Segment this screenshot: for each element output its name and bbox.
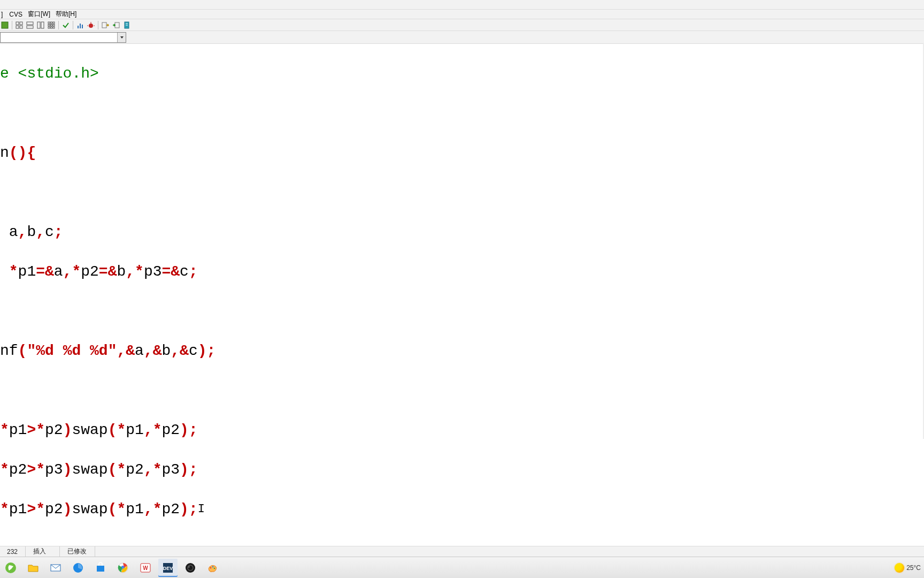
svg-point-44 bbox=[212, 566, 214, 567]
code-text: >* bbox=[27, 422, 45, 438]
weather-temp: 25°C bbox=[906, 564, 921, 572]
svg-rect-1 bbox=[16, 22, 19, 25]
chevron-down-icon[interactable] bbox=[117, 33, 126, 42]
code-text: * bbox=[0, 263, 18, 280]
code-text: , bbox=[36, 224, 45, 240]
chrome-icon[interactable] bbox=[113, 559, 133, 577]
code-text: p3 bbox=[45, 461, 63, 478]
combo-row bbox=[0, 31, 924, 44]
svg-rect-0 bbox=[2, 22, 8, 28]
svg-rect-26 bbox=[115, 22, 119, 28]
code-text: (* bbox=[108, 501, 126, 518]
toolbar-split-v-icon[interactable] bbox=[36, 20, 45, 30]
code-text: p2 bbox=[162, 422, 180, 438]
code-text: ) bbox=[63, 501, 72, 518]
toolbar-book-icon[interactable] bbox=[122, 20, 132, 30]
taskbar-left: W DEV bbox=[1, 559, 222, 577]
symbol-combo[interactable] bbox=[0, 32, 126, 43]
code-text: * bbox=[0, 501, 9, 518]
code-text: a bbox=[0, 224, 18, 240]
svg-text:DEV: DEV bbox=[163, 566, 173, 571]
toolbar-goto-icon[interactable] bbox=[101, 20, 110, 30]
code-text: , bbox=[18, 224, 27, 240]
browser-icon[interactable] bbox=[68, 559, 88, 577]
code-editor[interactable]: e <stdio.h> n(){ a,b,c; *p1=&a,*p2=&b,*p… bbox=[0, 44, 924, 546]
menu-bar: ] CVS 窗口[W] 帮助[H] bbox=[0, 10, 924, 19]
code-text: b bbox=[117, 263, 126, 280]
store-icon[interactable] bbox=[91, 559, 110, 577]
code-text: p2 bbox=[45, 422, 63, 438]
paint-icon[interactable] bbox=[203, 559, 222, 577]
code-text: c bbox=[180, 263, 189, 280]
svg-text:W: W bbox=[143, 565, 148, 571]
svg-rect-2 bbox=[20, 22, 22, 25]
toolbar-grid4-icon[interactable] bbox=[14, 20, 24, 30]
code-text: swap bbox=[72, 501, 107, 518]
status-modified-value: 已修改 bbox=[67, 547, 87, 556]
status-insert: 插入 bbox=[26, 546, 60, 557]
code-text: p2 bbox=[45, 501, 63, 518]
code-text: =& bbox=[99, 263, 117, 280]
menu-fragment[interactable]: ] bbox=[1, 11, 3, 18]
toolbar-separator bbox=[98, 21, 98, 29]
svg-rect-10 bbox=[51, 22, 52, 24]
menu-help[interactable]: 帮助[H] bbox=[56, 10, 76, 19]
obs-icon[interactable] bbox=[181, 559, 200, 577]
svg-point-21 bbox=[89, 24, 93, 28]
menu-window[interactable]: 窗口[W] bbox=[28, 10, 50, 19]
code-text: (* bbox=[108, 422, 126, 438]
code-text: "%d %d %d" bbox=[27, 343, 117, 359]
toolbar-separator bbox=[58, 21, 59, 29]
toolbar-split-h-icon[interactable] bbox=[25, 20, 35, 30]
code-text: p3 bbox=[144, 263, 162, 280]
code-text: p1 bbox=[9, 501, 27, 518]
code-text: p3 bbox=[162, 461, 180, 478]
code-text: c bbox=[189, 343, 198, 359]
svg-rect-16 bbox=[51, 27, 52, 28]
code-text: ,* bbox=[144, 461, 162, 478]
toolbar-import-icon[interactable] bbox=[111, 20, 121, 30]
svg-rect-9 bbox=[48, 22, 50, 24]
code-text: p1 bbox=[126, 501, 144, 518]
sun-icon bbox=[895, 563, 904, 573]
taskbar-tray: 25°C bbox=[895, 563, 921, 573]
code-text: swap bbox=[72, 422, 107, 438]
taskbar: W DEV 25°C bbox=[0, 557, 924, 578]
toolbar-btn-1[interactable] bbox=[0, 20, 10, 30]
wps-icon[interactable]: W bbox=[136, 559, 155, 577]
svg-rect-13 bbox=[51, 24, 52, 26]
code-text: ( bbox=[18, 343, 27, 359]
code-text: n bbox=[0, 144, 9, 161]
code-text: p1 bbox=[18, 263, 36, 280]
devcpp-icon[interactable]: DEV bbox=[158, 559, 178, 577]
status-modified: 已修改 bbox=[60, 546, 95, 557]
svg-rect-3 bbox=[16, 26, 19, 28]
svg-rect-17 bbox=[53, 27, 55, 28]
svg-rect-6 bbox=[27, 26, 33, 28]
mail-icon[interactable] bbox=[46, 559, 65, 577]
svg-rect-19 bbox=[80, 24, 81, 28]
start-button[interactable] bbox=[1, 559, 20, 577]
toolbar-bug-icon[interactable] bbox=[86, 20, 96, 30]
menu-cvs[interactable]: CVS bbox=[9, 11, 22, 18]
code-text: ,& bbox=[117, 343, 135, 359]
code-text: p2 bbox=[162, 501, 180, 518]
toolbar-grid9-icon[interactable] bbox=[47, 20, 56, 30]
file-explorer-icon[interactable] bbox=[24, 559, 43, 577]
code-text: =& bbox=[36, 263, 54, 280]
code-text: e <stdio.h> bbox=[0, 65, 99, 82]
code-text: (){ bbox=[9, 144, 36, 161]
code-text: =& bbox=[162, 263, 180, 280]
code-text: p1 bbox=[126, 422, 144, 438]
code-text: (* bbox=[108, 461, 126, 478]
svg-rect-18 bbox=[78, 26, 79, 28]
toolbar-chart-icon[interactable] bbox=[75, 20, 85, 30]
text-caret-secondary: I bbox=[198, 503, 205, 516]
weather-widget[interactable]: 25°C bbox=[895, 563, 921, 573]
code-text: a bbox=[54, 263, 63, 280]
svg-rect-8 bbox=[41, 22, 44, 28]
svg-rect-15 bbox=[48, 27, 50, 28]
code-text: >* bbox=[27, 501, 45, 518]
svg-rect-7 bbox=[37, 22, 40, 28]
toolbar-check-icon[interactable] bbox=[61, 20, 71, 30]
